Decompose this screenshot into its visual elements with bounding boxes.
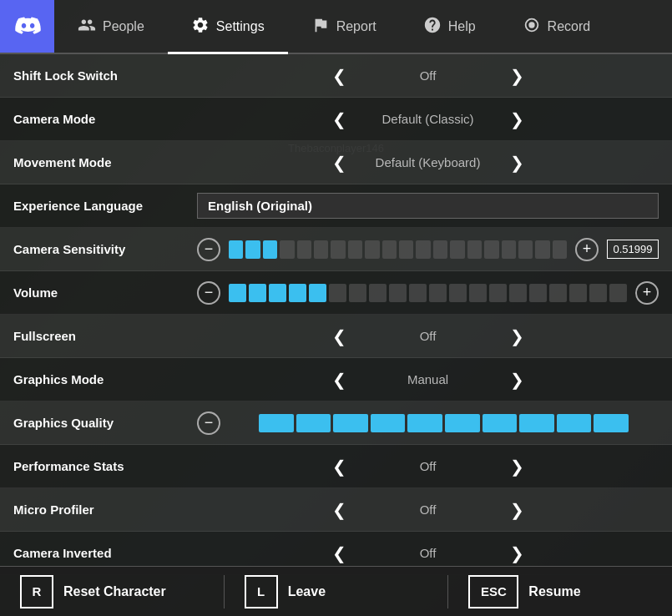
slider-segment-11 bbox=[449, 284, 467, 302]
resume-key-badge: ESC bbox=[468, 575, 518, 608]
report-icon bbox=[311, 16, 330, 38]
setting-control-shift-lock-switch: ❮Off❯ bbox=[197, 63, 659, 89]
reset-label: Reset Character bbox=[63, 584, 166, 599]
value-graphics-mode: Manual bbox=[361, 372, 495, 386]
slider-segment-9 bbox=[409, 284, 427, 302]
setting-label-performance-stats: Performance Stats bbox=[13, 459, 197, 473]
slider-segment-4 bbox=[297, 240, 311, 259]
setting-label-camera-mode: Camera Mode bbox=[13, 112, 197, 126]
slider-segment-2 bbox=[269, 284, 286, 302]
slider-segment-13 bbox=[489, 284, 507, 302]
setting-control-performance-stats: ❮Off❯ bbox=[197, 453, 659, 480]
arrow-left-micro-profiler[interactable]: ❮ bbox=[326, 497, 353, 523]
leave-label: Leave bbox=[288, 584, 326, 599]
help-icon bbox=[423, 16, 442, 38]
setting-label-micro-profiler: Micro Profiler bbox=[13, 502, 197, 517]
setting-row-camera-sensitivity: Camera Sensitivity−+0.51999 bbox=[0, 228, 672, 271]
slider-segment-13 bbox=[450, 240, 464, 259]
setting-control-movement-mode: ❮Default (Keyboard)❯ bbox=[197, 149, 659, 176]
slider-segment-3 bbox=[289, 284, 306, 302]
slider-segment-14 bbox=[509, 284, 527, 302]
slider-segment-2 bbox=[263, 240, 277, 259]
slider-segment-1 bbox=[249, 284, 266, 302]
setting-control-volume: −+ bbox=[197, 281, 659, 305]
value-camera-mode: Default (Classic) bbox=[361, 112, 495, 126]
slider-minus-graphics-quality[interactable]: − bbox=[197, 412, 220, 435]
slider-track-graphics-quality[interactable] bbox=[259, 414, 629, 432]
dropdown-experience-language[interactable]: English (Original) bbox=[197, 193, 659, 219]
svg-point-1 bbox=[528, 22, 534, 28]
slider-segment-8 bbox=[365, 240, 379, 259]
setting-label-camera-inverted: Camera Inverted bbox=[13, 546, 197, 560]
value-camera-inverted: Off bbox=[361, 546, 495, 560]
slider-segment-19 bbox=[609, 284, 627, 302]
slider-segment-5 bbox=[314, 240, 328, 259]
slider-segment-10 bbox=[399, 240, 413, 259]
arrow-left-camera-mode[interactable]: ❮ bbox=[326, 106, 353, 133]
slider-segment-4 bbox=[309, 284, 326, 302]
arrow-left-fullscreen[interactable]: ❮ bbox=[326, 323, 353, 350]
arrow-left-shift-lock-switch[interactable]: ❮ bbox=[326, 63, 353, 89]
slider-segment-16 bbox=[502, 240, 516, 259]
arrow-left-movement-mode[interactable]: ❮ bbox=[326, 149, 353, 176]
slider-segment-5 bbox=[445, 414, 480, 432]
slider-segment-11 bbox=[416, 240, 430, 259]
slider-segment-2 bbox=[333, 414, 368, 432]
arrow-right-camera-inverted[interactable]: ❯ bbox=[503, 540, 531, 567]
tab-settings-label: Settings bbox=[216, 19, 265, 34]
slider-plus-camera-sensitivity[interactable]: + bbox=[575, 238, 599, 261]
slider-segment-17 bbox=[569, 284, 587, 302]
settings-icon bbox=[191, 16, 210, 38]
slider-segment-3 bbox=[280, 240, 294, 259]
leave-button[interactable]: L Leave bbox=[225, 575, 449, 608]
setting-control-fullscreen: ❮Off❯ bbox=[197, 323, 659, 350]
arrow-right-camera-mode[interactable]: ❯ bbox=[503, 106, 531, 133]
slider-segment-0 bbox=[259, 414, 294, 432]
arrow-left-graphics-mode[interactable]: ❮ bbox=[326, 366, 353, 393]
arrow-right-shift-lock-switch[interactable]: ❯ bbox=[503, 63, 531, 89]
setting-row-performance-stats: Performance Stats❮Off❯ bbox=[0, 445, 672, 488]
setting-control-graphics-quality: − bbox=[197, 412, 659, 435]
tab-report[interactable]: Report bbox=[288, 2, 400, 54]
slider-minus-camera-sensitivity[interactable]: − bbox=[197, 238, 220, 261]
setting-row-graphics-mode: Graphics Mode❮Manual❯ bbox=[0, 358, 672, 401]
discord-logo bbox=[0, 0, 54, 53]
arrow-right-micro-profiler[interactable]: ❯ bbox=[503, 497, 531, 523]
arrow-right-movement-mode[interactable]: ❯ bbox=[503, 149, 531, 176]
slider-plus-volume[interactable]: + bbox=[635, 281, 659, 305]
setting-row-experience-language: Experience LanguageEnglish (Original) bbox=[0, 184, 672, 228]
people-icon bbox=[78, 16, 96, 38]
setting-label-experience-language: Experience Language bbox=[13, 199, 197, 213]
setting-label-volume: Volume bbox=[13, 285, 197, 300]
slider-minus-volume[interactable]: − bbox=[197, 281, 220, 305]
slider-track-volume[interactable] bbox=[229, 284, 627, 302]
tab-help[interactable]: Help bbox=[400, 2, 499, 54]
arrow-right-fullscreen[interactable]: ❯ bbox=[503, 323, 531, 350]
value-shift-lock-switch: Off bbox=[361, 68, 495, 83]
reset-character-button[interactable]: R Reset Character bbox=[0, 575, 225, 608]
setting-row-camera-mode: Camera Mode❮Default (Classic)❯ bbox=[0, 98, 672, 141]
slider-value-camera-sensitivity: 0.51999 bbox=[607, 240, 659, 259]
setting-row-graphics-quality: Graphics Quality− bbox=[0, 401, 672, 445]
slider-track-camera-sensitivity[interactable] bbox=[229, 240, 567, 259]
setting-control-micro-profiler: ❮Off❯ bbox=[197, 497, 659, 523]
arrow-right-performance-stats[interactable]: ❯ bbox=[503, 453, 531, 480]
tab-record[interactable]: Record bbox=[499, 2, 614, 54]
slider-segment-7 bbox=[519, 414, 554, 432]
arrow-left-performance-stats[interactable]: ❮ bbox=[326, 453, 353, 480]
resume-button[interactable]: ESC Resume bbox=[448, 575, 672, 608]
setting-control-camera-inverted: ❮Off❯ bbox=[197, 540, 659, 567]
slider-segment-0 bbox=[229, 284, 246, 302]
slider-segment-16 bbox=[549, 284, 567, 302]
slider-segment-6 bbox=[483, 414, 518, 432]
slider-segment-17 bbox=[518, 240, 533, 259]
slider-segment-0 bbox=[229, 240, 243, 259]
tab-report-label: Report bbox=[336, 19, 376, 34]
tab-people[interactable]: People bbox=[54, 2, 168, 54]
arrow-left-camera-inverted[interactable]: ❮ bbox=[326, 540, 353, 567]
slider-segment-18 bbox=[535, 240, 549, 259]
tab-settings[interactable]: Settings bbox=[168, 2, 288, 54]
arrow-right-graphics-mode[interactable]: ❯ bbox=[503, 366, 531, 393]
leave-key-badge: L bbox=[245, 575, 278, 608]
topbar: People Settings Report Help bbox=[0, 0, 672, 54]
